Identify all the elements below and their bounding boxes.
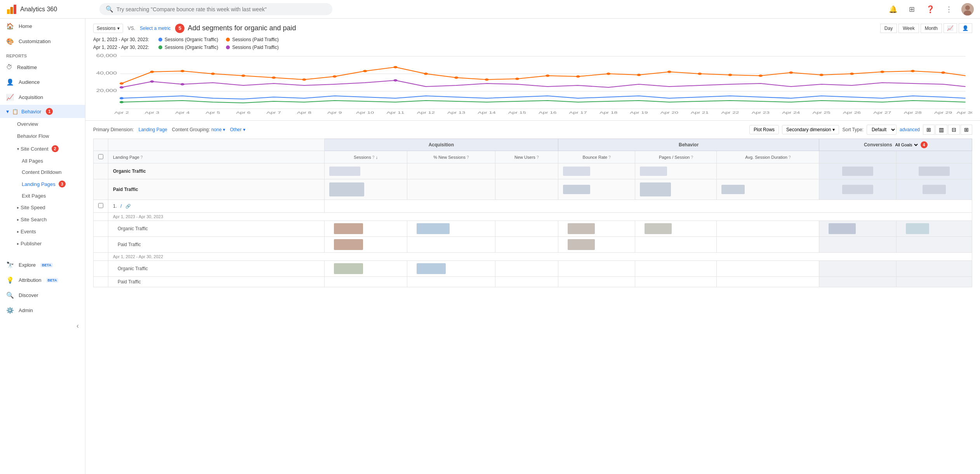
svg-point-34 — [759, 75, 763, 77]
landing-page-col-header[interactable]: Landing Page ? — [108, 151, 325, 163]
all-pages-label: All Pages — [22, 158, 43, 164]
sidebar-item-attribution[interactable]: 💡 Attribution BETA — [0, 273, 85, 288]
svg-text:40,000: 40,000 — [96, 71, 117, 75]
sidebar-item-overview[interactable]: Overview — [0, 118, 85, 130]
sidebar-item-landing-pages[interactable]: Landing Pages 3 — [0, 178, 85, 190]
sessions-dropdown[interactable]: Sessions ▾ — [93, 24, 123, 33]
svg-point-29 — [606, 73, 610, 75]
paid-2022-new-users — [495, 277, 558, 287]
svg-text:Apr 21: Apr 21 — [691, 111, 709, 115]
other-dropdown[interactable]: Other ▾ — [230, 127, 245, 132]
month-button[interactable]: Month — [921, 24, 942, 33]
help-button[interactable]: ❓ — [924, 3, 937, 16]
date-range-2023-row: Apr 1, 2023 - Apr 30, 2023 — [94, 213, 972, 221]
person-chart-icon[interactable]: 👤 — [959, 23, 972, 33]
line-chart-icon[interactable]: 📈 — [944, 23, 957, 33]
comparison-view-button[interactable]: ▥ — [935, 125, 947, 135]
avg-session-duration-col-header[interactable]: Avg. Session Duration ? — [717, 151, 819, 163]
lifetime-view-button[interactable]: ⊞ — [961, 125, 972, 135]
sidebar-item-explore[interactable]: 🔭 Explore BETA — [0, 257, 85, 273]
organic-label-cell: Organic Traffic — [108, 163, 325, 179]
sidebar-item-audience[interactable]: 👤 Audience — [0, 75, 85, 90]
week-button[interactable]: Week — [898, 24, 919, 33]
sidebar-item-site-speed[interactable]: ▸ Site Speed — [0, 201, 85, 214]
organic-2022-conv1 — [819, 261, 897, 277]
paid-duration-bar — [721, 185, 745, 194]
select-all-checkbox[interactable] — [98, 154, 103, 159]
sidebar-item-publisher[interactable]: ▸ Publisher — [0, 238, 85, 250]
legend-prev-paid: Sessions (Paid Traffic) — [226, 45, 279, 50]
audience-icon: 👤 — [6, 78, 14, 86]
sort-down-icon: ↓ — [375, 155, 378, 160]
svg-text:Apr 5: Apr 5 — [206, 111, 220, 115]
svg-point-42 — [150, 80, 154, 83]
pivot-view-button[interactable]: ⊟ — [948, 125, 960, 135]
sidebar-item-realtime[interactable]: ⏱ Realtime — [0, 60, 85, 75]
row1-number: 1. — [113, 203, 117, 209]
sidebar-collapse-button[interactable]: ‹ — [0, 318, 85, 334]
admin-label: Admin — [19, 307, 33, 313]
content-grouping-label: Content Grouping: — [172, 127, 210, 132]
sidebar-item-behavior[interactable]: ▾ 📋 Behavior 1 — [0, 105, 85, 118]
pct-new-sessions-col-header[interactable]: % New Sessions ? — [407, 151, 495, 163]
paid-conv-2 — [897, 179, 972, 200]
help-icon-new-users: ? — [537, 155, 539, 160]
row1-select-checkbox[interactable] — [98, 203, 103, 208]
svg-text:Apr 11: Apr 11 — [386, 111, 404, 115]
advanced-link[interactable]: advanced — [900, 127, 920, 132]
sidebar-item-exit-pages[interactable]: Exit Pages — [0, 190, 85, 201]
search-input[interactable] — [116, 6, 326, 12]
sidebar-item-admin[interactable]: ⚙️ Admin — [0, 303, 85, 318]
svg-point-15 — [181, 70, 184, 72]
organic-2023-pct-bar — [417, 223, 450, 234]
sidebar-item-all-pages[interactable]: All Pages — [0, 155, 85, 167]
content-grouping-link[interactable]: Content Grouping: none ▾ — [172, 127, 225, 132]
sidebar-item-content-drilldown[interactable]: Content Drilldown — [0, 167, 85, 178]
paid-pct-cell — [407, 179, 495, 200]
organic-2023-bounce-bar — [568, 223, 595, 234]
row1-page-link[interactable]: / — [120, 203, 122, 209]
more-options-button[interactable]: ⋮ — [943, 3, 955, 16]
paid-2022-conv2 — [897, 277, 972, 287]
svg-point-39 — [911, 70, 915, 72]
day-button[interactable]: Day — [880, 24, 897, 33]
secondary-dimension-button[interactable]: Secondary dimension ▾ — [782, 125, 839, 134]
organic-2023-sessions-bar — [334, 223, 363, 234]
legend-current-paid: Sessions (Paid Traffic) — [226, 37, 279, 42]
paid-2023-checkbox — [94, 237, 108, 253]
conversions-select[interactable]: All Goals — [894, 142, 919, 148]
sidebar-item-site-search[interactable]: ▸ Site Search — [0, 214, 85, 226]
sort-type-select[interactable]: Default — [867, 125, 897, 135]
vs-text: VS. — [128, 26, 135, 31]
pages-per-session-col-header[interactable]: Pages / Session ? — [635, 151, 717, 163]
search-bar[interactable]: 🔍 — [99, 3, 332, 15]
sidebar-item-site-content[interactable]: ▾ Site Content 2 — [0, 142, 85, 155]
sidebar-item-home[interactable]: 🏠 Home — [0, 19, 85, 34]
primary-dimension-value[interactable]: Landing Page — [139, 127, 167, 132]
user-avatar[interactable] — [961, 3, 974, 16]
select-metric-link[interactable]: Select a metric — [140, 26, 170, 31]
svg-text:20,000: 20,000 — [96, 89, 117, 93]
paid-conv-bar-1 — [842, 185, 873, 194]
svg-text:Apr 16: Apr 16 — [539, 111, 556, 115]
svg-rect-1 — [10, 7, 13, 14]
svg-text:Apr 3: Apr 3 — [145, 111, 159, 115]
sidebar-item-behavior-flow[interactable]: Behavior Flow — [0, 130, 85, 142]
sidebar-item-customization[interactable]: 🎨 Customization — [0, 34, 85, 49]
row1-checkbox[interactable] — [94, 200, 108, 213]
sidebar-item-discover[interactable]: 🔍 Discover — [0, 288, 85, 303]
date-current-label: Apr 1, 2023 - Apr 30, 2023: — [93, 37, 149, 42]
landing-page-header — [108, 139, 325, 151]
behavior-group-header: Behavior — [558, 139, 819, 151]
sessions-col-header[interactable]: Sessions ? ↓ — [324, 151, 407, 163]
plot-rows-button[interactable]: Plot Rows — [749, 125, 779, 134]
sidebar-item-acquisition[interactable]: 📈 Acquisition — [0, 90, 85, 105]
row1-external-link-icon[interactable]: 🔗 — [125, 204, 131, 208]
bounce-rate-col-header[interactable]: Bounce Rate ? — [558, 151, 635, 163]
sidebar-item-events[interactable]: ▸ Events — [0, 226, 85, 238]
data-table-view-button[interactable]: ⊞ — [923, 125, 935, 135]
new-users-col-header[interactable]: New Users ? — [495, 151, 558, 163]
apps-button[interactable]: ⊞ — [905, 3, 918, 16]
view-toggle-buttons: ⊞ ▥ ⊟ ⊞ — [923, 125, 972, 135]
notifications-button[interactable]: 🔔 — [887, 3, 899, 16]
